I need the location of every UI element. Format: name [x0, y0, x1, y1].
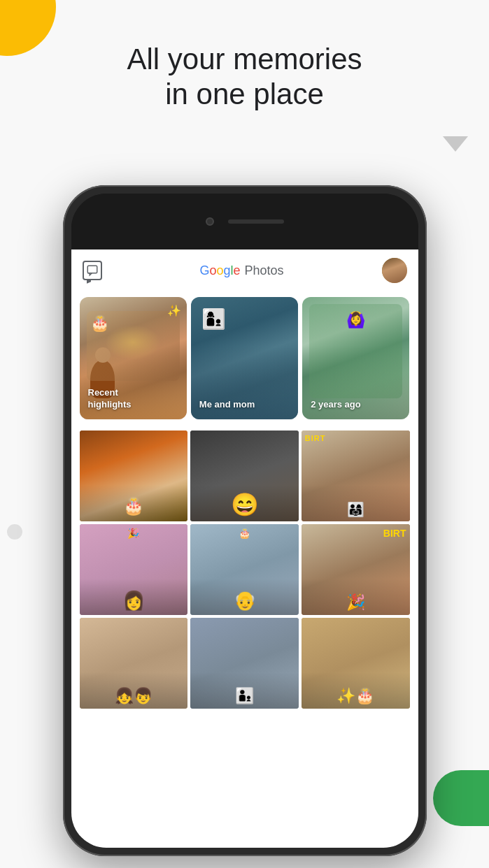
user-avatar[interactable] — [382, 258, 407, 283]
photo-row-2: 🎉 👩 🎂 👴 BIRT 🎉 — [80, 524, 410, 615]
star-emoji: ✨ — [167, 304, 181, 317]
kids-1-icon: 👧👦 — [115, 687, 153, 705]
photo-cell-kids-2[interactable]: 👨‍👦 — [190, 618, 299, 709]
app-header: Google Photos — [71, 249, 418, 291]
photo-cell-family-candles[interactable]: BIRT 👨‍👩‍👧 — [302, 431, 410, 521]
family-photo-icon: 👨‍👩‍👧 — [347, 501, 364, 518]
photo-row-1: 🎂 😄 BIRT 👨‍👩‍👧 — [80, 431, 410, 521]
headline-line1: All your memories — [127, 43, 362, 75]
card-label-mom-text: Me and mom — [199, 399, 255, 411]
person-emoji: 🙆‍♀️ — [346, 311, 365, 329]
svg-rect-0 — [87, 266, 97, 273]
candles-emoji: 🎂 — [90, 314, 109, 333]
photo-cell-man-hat[interactable]: 🎂 👴 — [190, 524, 299, 615]
phone-inner: Google Photos 🎂 ✨ — [71, 194, 418, 848]
party-hat-1: 🎉 — [127, 528, 139, 539]
memory-card-2-years-ago[interactable]: 🙆‍♀️ 2 years ago — [302, 297, 409, 419]
decorative-gray-circle — [7, 524, 22, 540]
photo-grid: 🎂 😄 BIRT 👨‍👩‍👧 — [71, 425, 418, 714]
photo-row-3: 👧👦 👨‍👦 ✨🎂 — [80, 618, 410, 709]
bday-text: BIRT — [305, 434, 326, 442]
decorative-green-shape — [433, 770, 489, 826]
phone-frame: Google Photos 🎂 ✨ — [63, 185, 427, 856]
bday-scene-icon: 🎉 — [346, 593, 365, 612]
memory-card-me-and-mom[interactable]: 👩‍👦 Me and mom — [191, 297, 298, 419]
phone-camera — [206, 217, 214, 226]
photo-cell-girl-hat[interactable]: 🎉 👩 — [80, 524, 188, 615]
card-label-line1: Recent — [88, 387, 132, 399]
app-name-photos: Photos — [245, 263, 284, 278]
memory-card-recent-highlights[interactable]: 🎂 ✨ Recent highlights — [80, 297, 187, 419]
card-label-line2: highlights — [88, 399, 132, 411]
card-label-years: 2 years ago — [311, 399, 361, 411]
card-label-years-text: 2 years ago — [311, 399, 361, 411]
google-photos-logo: Google Photos — [199, 263, 283, 278]
party-hat-2: 🎂 — [239, 528, 250, 539]
photo-cell-man-laughing[interactable]: 😄 — [190, 431, 299, 521]
google-logo-text: Google — [199, 263, 240, 278]
birt-text-2: BIRT — [383, 528, 406, 539]
photo-cell-kids-1[interactable]: 👧👦 — [80, 618, 188, 709]
headline-line2: in one place — [165, 78, 324, 110]
family-emoji: 👩‍👦 — [201, 308, 226, 331]
man-photo-icon: 😄 — [231, 491, 259, 518]
page-headline: All your memories in one place — [0, 42, 489, 113]
girl-hat-icon: 👩 — [122, 590, 145, 612]
decorative-gray-triangle — [443, 136, 468, 152]
memory-cards-row: 🎂 ✨ Recent highlights 👩‍👦 Me and mom — [71, 291, 418, 425]
man-hat-icon: 👴 — [234, 590, 256, 612]
chat-icon[interactable] — [83, 261, 102, 280]
avatar-image — [382, 258, 407, 283]
kids-2-icon: 👨‍👦 — [235, 687, 254, 705]
photo-cell-kids-3[interactable]: ✨🎂 — [302, 618, 410, 709]
cake-photo-icon: 🎂 — [123, 496, 144, 516]
phone-top-bar — [71, 194, 418, 249]
phone-screen: Google Photos 🎂 ✨ — [71, 249, 418, 848]
photo-cell-cake[interactable]: 🎂 — [80, 431, 188, 521]
card-label-recent: Recent highlights — [88, 387, 132, 411]
card-label-mom: Me and mom — [199, 399, 255, 411]
photo-cell-birthday-scene[interactable]: BIRT 🎉 — [302, 524, 410, 615]
kids-3-icon: ✨🎂 — [336, 687, 374, 705]
phone-speaker — [228, 219, 284, 224]
